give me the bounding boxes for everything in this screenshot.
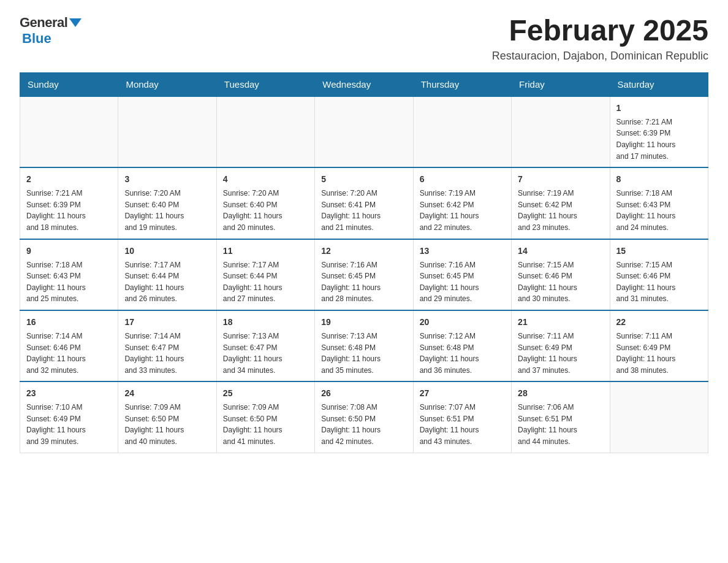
day-info: Sunrise: 7:19 AM Sunset: 6:42 PM Dayligh… xyxy=(420,188,505,233)
day-number: 18 xyxy=(223,316,308,329)
calendar-day-cell: 25Sunrise: 7:09 AM Sunset: 6:50 PM Dayli… xyxy=(216,381,314,453)
calendar-day-cell: 20Sunrise: 7:12 AM Sunset: 6:48 PM Dayli… xyxy=(413,310,511,381)
calendar-day-cell xyxy=(413,96,511,167)
day-info: Sunrise: 7:07 AM Sunset: 6:51 PM Dayligh… xyxy=(420,402,505,447)
day-info: Sunrise: 7:21 AM Sunset: 6:39 PM Dayligh… xyxy=(26,188,112,233)
calendar-week-row: 9Sunrise: 7:18 AM Sunset: 6:43 PM Daylig… xyxy=(20,239,708,310)
page-header: General Blue February 2025 Restauracion,… xyxy=(20,15,708,63)
calendar-day-cell: 14Sunrise: 7:15 AM Sunset: 6:46 PM Dayli… xyxy=(512,239,610,310)
calendar-week-row: 1Sunrise: 7:21 AM Sunset: 6:39 PM Daylig… xyxy=(20,96,708,167)
calendar-day-cell: 5Sunrise: 7:20 AM Sunset: 6:41 PM Daylig… xyxy=(315,167,413,239)
day-info: Sunrise: 7:11 AM Sunset: 6:49 PM Dayligh… xyxy=(518,331,603,376)
calendar-header-row: SundayMondayTuesdayWednesdayThursdayFrid… xyxy=(20,72,708,96)
day-info: Sunrise: 7:06 AM Sunset: 6:51 PM Dayligh… xyxy=(518,402,603,447)
logo-blue-text: Blue xyxy=(22,31,51,47)
day-info: Sunrise: 7:17 AM Sunset: 6:44 PM Dayligh… xyxy=(124,259,210,305)
day-of-week-header: Wednesday xyxy=(315,72,413,96)
day-info: Sunrise: 7:17 AM Sunset: 6:44 PM Dayligh… xyxy=(223,259,308,305)
day-number: 22 xyxy=(616,316,702,329)
day-of-week-header: Sunday xyxy=(20,72,118,96)
calendar-day-cell: 10Sunrise: 7:17 AM Sunset: 6:44 PM Dayli… xyxy=(118,239,216,310)
day-info: Sunrise: 7:14 AM Sunset: 6:47 PM Dayligh… xyxy=(124,331,210,376)
calendar-day-cell: 17Sunrise: 7:14 AM Sunset: 6:47 PM Dayli… xyxy=(118,310,216,381)
day-info: Sunrise: 7:19 AM Sunset: 6:42 PM Dayligh… xyxy=(518,188,603,233)
calendar-day-cell: 18Sunrise: 7:13 AM Sunset: 6:47 PM Dayli… xyxy=(216,310,314,381)
day-number: 7 xyxy=(518,173,603,186)
calendar-day-cell xyxy=(216,96,314,167)
day-info: Sunrise: 7:10 AM Sunset: 6:49 PM Dayligh… xyxy=(26,402,112,447)
day-of-week-header: Saturday xyxy=(610,72,708,96)
day-info: Sunrise: 7:14 AM Sunset: 6:46 PM Dayligh… xyxy=(26,331,112,376)
day-info: Sunrise: 7:15 AM Sunset: 6:46 PM Dayligh… xyxy=(616,259,702,305)
logo-general-text: General xyxy=(20,15,67,31)
calendar-day-cell: 3Sunrise: 7:20 AM Sunset: 6:40 PM Daylig… xyxy=(118,167,216,239)
day-of-week-header: Thursday xyxy=(413,72,511,96)
day-info: Sunrise: 7:18 AM Sunset: 6:43 PM Dayligh… xyxy=(26,259,112,305)
day-number: 14 xyxy=(518,245,603,258)
calendar-day-cell: 2Sunrise: 7:21 AM Sunset: 6:39 PM Daylig… xyxy=(20,167,118,239)
day-info: Sunrise: 7:20 AM Sunset: 6:40 PM Dayligh… xyxy=(124,188,210,233)
logo: General Blue xyxy=(20,15,82,47)
day-number: 23 xyxy=(26,387,112,400)
calendar-day-cell xyxy=(315,96,413,167)
day-of-week-header: Friday xyxy=(512,72,610,96)
calendar-day-cell: 16Sunrise: 7:14 AM Sunset: 6:46 PM Dayli… xyxy=(20,310,118,381)
calendar-day-cell: 28Sunrise: 7:06 AM Sunset: 6:51 PM Dayli… xyxy=(512,381,610,453)
calendar-week-row: 23Sunrise: 7:10 AM Sunset: 6:49 PM Dayli… xyxy=(20,381,708,453)
day-number: 1 xyxy=(616,102,702,115)
calendar-day-cell xyxy=(610,381,708,453)
calendar-day-cell: 26Sunrise: 7:08 AM Sunset: 6:50 PM Dayli… xyxy=(315,381,413,453)
day-number: 4 xyxy=(223,173,308,186)
day-number: 19 xyxy=(321,316,406,329)
day-number: 8 xyxy=(616,173,702,186)
calendar-day-cell: 19Sunrise: 7:13 AM Sunset: 6:48 PM Dayli… xyxy=(315,310,413,381)
calendar-day-cell: 27Sunrise: 7:07 AM Sunset: 6:51 PM Dayli… xyxy=(413,381,511,453)
calendar-day-cell: 11Sunrise: 7:17 AM Sunset: 6:44 PM Dayli… xyxy=(216,239,314,310)
calendar-week-row: 16Sunrise: 7:14 AM Sunset: 6:46 PM Dayli… xyxy=(20,310,708,381)
day-number: 17 xyxy=(124,316,210,329)
calendar-day-cell: 9Sunrise: 7:18 AM Sunset: 6:43 PM Daylig… xyxy=(20,239,118,310)
day-number: 3 xyxy=(124,173,210,186)
calendar-day-cell: 4Sunrise: 7:20 AM Sunset: 6:40 PM Daylig… xyxy=(216,167,314,239)
day-number: 12 xyxy=(321,245,406,258)
calendar-day-cell: 24Sunrise: 7:09 AM Sunset: 6:50 PM Dayli… xyxy=(118,381,216,453)
calendar-table: SundayMondayTuesdayWednesdayThursdayFrid… xyxy=(20,72,708,453)
day-number: 21 xyxy=(518,316,603,329)
day-number: 2 xyxy=(26,173,112,186)
calendar-day-cell: 6Sunrise: 7:19 AM Sunset: 6:42 PM Daylig… xyxy=(413,167,511,239)
day-info: Sunrise: 7:18 AM Sunset: 6:43 PM Dayligh… xyxy=(616,188,702,233)
day-info: Sunrise: 7:15 AM Sunset: 6:46 PM Dayligh… xyxy=(518,259,603,305)
logo-arrow-icon xyxy=(69,18,82,27)
day-info: Sunrise: 7:08 AM Sunset: 6:50 PM Dayligh… xyxy=(321,402,406,447)
day-info: Sunrise: 7:11 AM Sunset: 6:49 PM Dayligh… xyxy=(616,331,702,376)
day-number: 20 xyxy=(420,316,505,329)
day-info: Sunrise: 7:20 AM Sunset: 6:41 PM Dayligh… xyxy=(321,188,406,233)
calendar-day-cell: 12Sunrise: 7:16 AM Sunset: 6:45 PM Dayli… xyxy=(315,239,413,310)
day-number: 25 xyxy=(223,387,308,400)
day-number: 15 xyxy=(616,245,702,258)
calendar-day-cell xyxy=(118,96,216,167)
day-info: Sunrise: 7:13 AM Sunset: 6:47 PM Dayligh… xyxy=(223,331,308,376)
day-of-week-header: Monday xyxy=(118,72,216,96)
calendar-day-cell: 8Sunrise: 7:18 AM Sunset: 6:43 PM Daylig… xyxy=(610,167,708,239)
day-info: Sunrise: 7:16 AM Sunset: 6:45 PM Dayligh… xyxy=(321,259,406,305)
day-number: 27 xyxy=(420,387,505,400)
day-of-week-header: Tuesday xyxy=(216,72,314,96)
day-info: Sunrise: 7:09 AM Sunset: 6:50 PM Dayligh… xyxy=(124,402,210,447)
day-info: Sunrise: 7:20 AM Sunset: 6:40 PM Dayligh… xyxy=(223,188,308,233)
day-number: 10 xyxy=(124,245,210,258)
calendar-day-cell: 13Sunrise: 7:16 AM Sunset: 6:45 PM Dayli… xyxy=(413,239,511,310)
day-info: Sunrise: 7:13 AM Sunset: 6:48 PM Dayligh… xyxy=(321,331,406,376)
day-number: 24 xyxy=(124,387,210,400)
day-number: 13 xyxy=(420,245,505,258)
calendar-day-cell: 23Sunrise: 7:10 AM Sunset: 6:49 PM Dayli… xyxy=(20,381,118,453)
day-number: 28 xyxy=(518,387,603,400)
calendar-subtitle: Restauracion, Dajabon, Dominican Republi… xyxy=(492,50,708,63)
calendar-day-cell: 22Sunrise: 7:11 AM Sunset: 6:49 PM Dayli… xyxy=(610,310,708,381)
calendar-week-row: 2Sunrise: 7:21 AM Sunset: 6:39 PM Daylig… xyxy=(20,167,708,239)
day-number: 6 xyxy=(420,173,505,186)
calendar-day-cell: 7Sunrise: 7:19 AM Sunset: 6:42 PM Daylig… xyxy=(512,167,610,239)
day-number: 16 xyxy=(26,316,112,329)
calendar-day-cell: 15Sunrise: 7:15 AM Sunset: 6:46 PM Dayli… xyxy=(610,239,708,310)
calendar-day-cell xyxy=(20,96,118,167)
